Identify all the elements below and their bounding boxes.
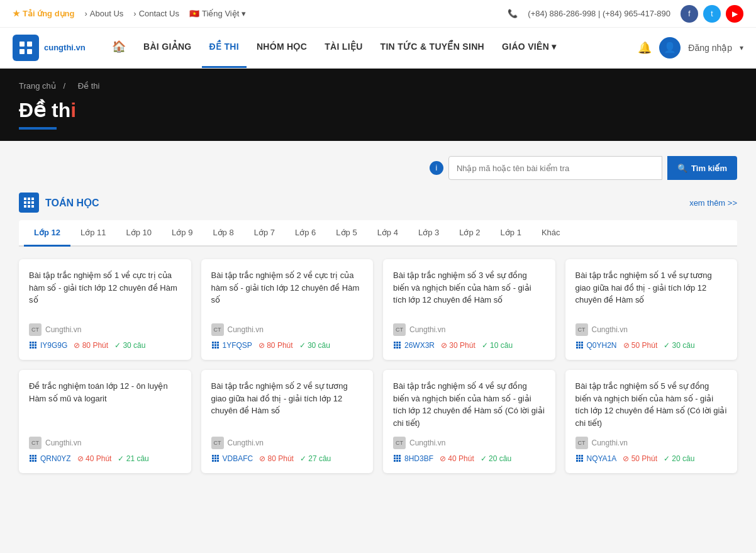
nav-bai-giang[interactable]: BÀI GIẢNG [136, 27, 199, 68]
subject-icon [19, 193, 39, 213]
svg-rect-45 [581, 344, 583, 346]
chevron-right-icon: › [84, 9, 87, 18]
nav-nhom-hoc[interactable]: NHÓM HỌC [249, 27, 314, 68]
svg-rect-13 [30, 342, 31, 344]
card[interactable]: Bài tập trắc nghiệm số 1 về cực trị của … [19, 259, 191, 360]
phone-icon: 📞 [508, 9, 518, 18]
cards-row-1: Bài tập trắc nghiệm số 1 về cực trị của … [19, 259, 737, 360]
nav-tin-tuc[interactable]: TIN TỨC & TUYỂN SINH [373, 27, 492, 68]
tab-lop9[interactable]: Lớp 9 [162, 220, 203, 247]
nav-giao-vien[interactable]: GIÁO VIÊN ▾ [494, 27, 564, 68]
about-link[interactable]: › About Us [84, 9, 123, 18]
svg-rect-48 [581, 347, 583, 349]
card-questions: ✓ 27 câu [300, 454, 331, 463]
author-avatar: CT [393, 437, 406, 449]
svg-rect-26 [214, 344, 216, 346]
tab-khac[interactable]: Khác [531, 220, 570, 247]
svg-rect-27 [217, 344, 219, 346]
search-button[interactable]: 🔍 Tìm kiếm [667, 156, 737, 180]
logo-icon [13, 35, 39, 61]
svg-rect-1 [27, 42, 32, 47]
card-code: QRN0YZ [29, 454, 71, 463]
author-avatar: CT [29, 437, 42, 449]
language-selector[interactable]: 🇻🇳 Tiếng Việt ▾ [189, 9, 246, 18]
card-time: ⊘ 50 Phút [623, 454, 657, 463]
tab-lop8[interactable]: Lớp 8 [203, 220, 243, 247]
svg-rect-58 [212, 455, 214, 457]
svg-rect-20 [32, 347, 34, 349]
card-author: CT Cungthi.vn [29, 437, 181, 449]
tab-lop10[interactable]: Lớp 10 [116, 220, 162, 247]
nav-de-thi[interactable]: ĐỀ THI [202, 27, 247, 68]
logo[interactable]: cungthi.vn [13, 35, 86, 61]
tab-lop1[interactable]: Lớp 1 [491, 220, 531, 247]
card[interactable]: Bài tập trắc nghiệm số 1 về sự tương gia… [565, 259, 738, 360]
card-author: CT Cungthi.vn [29, 323, 181, 336]
tab-lop11[interactable]: Lớp 11 [70, 220, 116, 247]
app-download-link[interactable]: ★ Tải ứng dụng [13, 9, 74, 18]
tab-lop5[interactable]: Lớp 5 [326, 220, 367, 247]
twitter-icon[interactable]: t [703, 5, 721, 23]
svg-rect-50 [32, 455, 34, 457]
svg-rect-47 [579, 347, 581, 349]
notification-bell-icon[interactable]: 🔔 [638, 41, 652, 55]
svg-rect-38 [396, 347, 398, 349]
star-icon: ★ [13, 9, 20, 18]
svg-rect-44 [579, 344, 581, 346]
card[interactable]: Bài tập trắc nghiệm số 2 về sự tương gia… [201, 370, 374, 473]
svg-rect-23 [214, 342, 216, 344]
top-bar-right: 📞 (+84) 886-286-998 | (+84) 965-417-890 … [508, 5, 743, 23]
svg-rect-52 [30, 457, 31, 459]
svg-rect-66 [217, 460, 219, 462]
card-author: CT Cungthi.vn [575, 323, 728, 336]
card[interactable]: Bài tập trắc nghiệm số 4 về sự đồng biến… [383, 370, 555, 473]
nav-bar: cungthi.vn 🏠 BÀI GIẢNG ĐỀ THI NHÓM HỌC T… [0, 28, 756, 69]
card[interactable]: Bài tập trắc nghiệm số 5 về sự đồng biến… [565, 370, 738, 473]
svg-rect-7 [24, 201, 26, 204]
card-code: 26WX3R [393, 341, 435, 350]
cards-row-2: Đề trắc nghiệm toán lớp 12 - ôn luyện Hà… [19, 370, 737, 473]
search-input[interactable] [448, 156, 662, 180]
youtube-icon[interactable]: ▶ [726, 5, 743, 23]
card[interactable]: Bài tập trắc nghiệm số 3 về sự đồng biến… [383, 259, 555, 360]
tab-lop7[interactable]: Lớp 7 [244, 220, 285, 247]
svg-rect-0 [19, 42, 25, 47]
card[interactable]: Bài tập trắc nghiệm số 2 về cực trị của … [201, 259, 374, 360]
top-bar-left: ★ Tải ứng dụng › About Us › Contact Us 🇻… [13, 9, 246, 18]
card-questions: ✓ 30 câu [299, 341, 330, 350]
author-avatar: CT [29, 323, 42, 336]
tab-lop2[interactable]: Lớp 2 [449, 220, 490, 247]
svg-rect-83 [579, 460, 581, 462]
svg-rect-39 [399, 347, 401, 349]
svg-rect-79 [576, 457, 578, 459]
breadcrumb-home[interactable]: Trang chủ [19, 81, 56, 91]
contact-link[interactable]: › Contact Us [133, 9, 179, 18]
nav-more-icon[interactable]: ▾ [740, 43, 743, 52]
nav-home[interactable]: 🏠 [104, 27, 133, 68]
card-author: CT Cungthi.vn [393, 323, 545, 336]
svg-rect-67 [394, 455, 396, 457]
nav-tai-lieu[interactable]: TÀI LIỆU [317, 27, 370, 68]
card-code: 1YFQSP [211, 341, 252, 350]
svg-rect-54 [35, 457, 36, 459]
login-button[interactable]: Đăng nhập [688, 43, 732, 53]
svg-rect-43 [576, 344, 578, 346]
content-area: i 🔍 Tìm kiếm TOÁN HỌC xem thêm >> Lớp 12 [0, 141, 756, 498]
user-avatar[interactable]: 👤 [659, 37, 681, 59]
tab-lop6[interactable]: Lớp 6 [285, 220, 326, 247]
info-icon[interactable]: i [430, 161, 443, 175]
facebook-icon[interactable]: f [681, 5, 698, 23]
svg-rect-11 [28, 205, 30, 208]
card-code: Q0YH2N [575, 341, 617, 350]
svg-rect-78 [581, 455, 583, 457]
tab-lop12[interactable]: Lớp 12 [24, 220, 70, 247]
card-meta: VDBAFC ⊘ 80 Phút ✓ 27 câu [211, 454, 364, 463]
tab-lop4[interactable]: Lớp 4 [367, 220, 408, 247]
card-title: Bài tập trắc nghiệm số 3 về sự đồng biến… [393, 269, 545, 316]
svg-rect-61 [212, 457, 214, 459]
tabs-row: Lớp 12 Lớp 11 Lớp 10 Lớp 9 Lớp 8 Lớp 7 L… [19, 220, 737, 247]
xem-them-link[interactable]: xem thêm >> [689, 198, 737, 208]
card-time: ⊘ 50 Phút [623, 341, 658, 350]
card[interactable]: Đề trắc nghiệm toán lớp 12 - ôn luyện Hà… [19, 370, 191, 473]
tab-lop3[interactable]: Lớp 3 [408, 220, 449, 247]
